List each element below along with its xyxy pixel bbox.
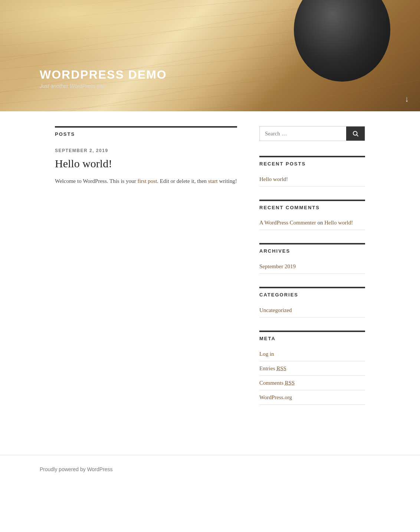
meta-widget: META Log in Entries RSS Comments RSS Wor… <box>259 331 365 405</box>
recent-posts-heading: RECENT POSTS <box>259 156 365 167</box>
categories-list: Uncategorized <box>259 303 365 318</box>
categories-heading: CATEGORIES <box>259 287 365 298</box>
header-background <box>0 0 420 111</box>
list-item: Hello world! <box>259 172 365 187</box>
archives-heading: ARCHIVES <box>259 243 365 254</box>
recent-post-link[interactable]: Hello world! <box>259 176 288 182</box>
login-link[interactable]: Log in <box>259 351 274 357</box>
meta-list: Log in Entries RSS Comments RSS WordPres… <box>259 347 365 405</box>
commenter-link[interactable]: A WordPress Commenter <box>259 220 316 226</box>
wordpress-org-link[interactable]: WordPress.org <box>259 394 292 400</box>
search-icon <box>352 130 359 137</box>
list-item: Comments RSS <box>259 376 365 390</box>
list-item: A WordPress Commenter on Hello world! <box>259 216 365 230</box>
footer-credit: Proudly powered by WordPress <box>40 466 380 472</box>
post-date: SEPTEMBER 2, 2019 <box>55 148 237 153</box>
category-link[interactable]: Uncategorized <box>259 307 292 313</box>
site-title: WORDPRESS DEMO <box>40 68 167 82</box>
search-widget <box>259 126 365 141</box>
categories-widget: CATEGORIES Uncategorized <box>259 287 365 318</box>
main-column: POSTS SEPTEMBER 2, 2019 Hello world! Wel… <box>55 126 237 418</box>
site-description: Just another WordPress site <box>40 83 167 89</box>
meta-heading: META <box>259 331 365 341</box>
recent-posts-widget: RECENT POSTS Hello world! <box>259 156 365 187</box>
commented-post-link[interactable]: Hello world! <box>324 220 353 226</box>
list-item: Log in <box>259 347 365 361</box>
svg-line-1 <box>357 135 358 136</box>
site-content: POSTS SEPTEMBER 2, 2019 Hello world! Wel… <box>15 111 405 433</box>
post-excerpt: Welcome to WordPress. This is your first… <box>55 177 237 185</box>
archive-link[interactable]: September 2019 <box>259 263 296 269</box>
post-title-link[interactable]: Hello world! <box>55 157 112 170</box>
recent-comments-widget: RECENT COMMENTS A WordPress Commenter on… <box>259 200 365 230</box>
posts-heading: POSTS <box>55 126 237 137</box>
recent-comments-heading: RECENT COMMENTS <box>259 200 365 210</box>
scroll-down-icon[interactable]: ↓ <box>405 94 409 104</box>
post-excerpt-first-link[interactable]: first post <box>137 178 157 184</box>
list-item: Uncategorized <box>259 303 365 318</box>
site-branding: WORDPRESS DEMO Just another WordPress si… <box>40 68 167 89</box>
recent-comments-list: A WordPress Commenter on Hello world! <box>259 216 365 230</box>
search-button[interactable] <box>346 127 365 141</box>
post-title: Hello world! <box>55 156 237 171</box>
archives-widget: ARCHIVES September 2019 <box>259 243 365 274</box>
header-light-overlay <box>0 0 252 67</box>
search-input[interactable] <box>260 127 346 141</box>
post-excerpt-second-link[interactable]: start <box>208 178 218 184</box>
post-article: SEPTEMBER 2, 2019 Hello world! Welcome t… <box>55 148 237 185</box>
site-footer: Proudly powered by WordPress <box>0 455 420 483</box>
sidebar: RECENT POSTS Hello world! RECENT COMMENT… <box>259 126 365 418</box>
recent-posts-list: Hello world! <box>259 172 365 187</box>
list-item: WordPress.org <box>259 390 365 405</box>
list-item: September 2019 <box>259 259 365 274</box>
archives-list: September 2019 <box>259 259 365 274</box>
comments-rss-link[interactable]: Comments RSS <box>259 380 295 386</box>
footer-credit-link[interactable]: Proudly powered by WordPress <box>40 466 113 472</box>
entries-rss-link[interactable]: Entries RSS <box>259 365 286 371</box>
comment-on-text: on <box>317 220 324 226</box>
list-item: Entries RSS <box>259 361 365 376</box>
svg-point-0 <box>353 131 357 135</box>
site-header: WORDPRESS DEMO Just another WordPress si… <box>0 0 420 111</box>
